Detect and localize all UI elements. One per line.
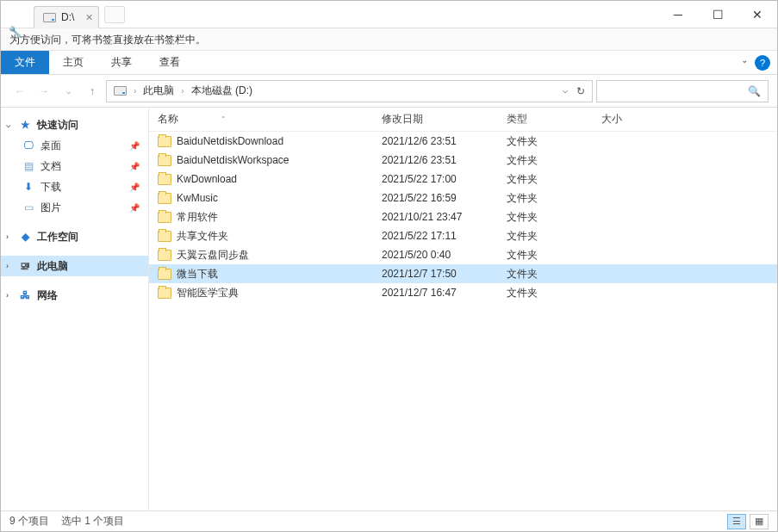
sidebar-downloads[interactable]: ⬇ 下载 📌 xyxy=(1,176,148,197)
star-icon: ★ xyxy=(18,118,32,132)
document-icon: ▤ xyxy=(22,159,35,173)
drive-icon xyxy=(114,86,127,96)
search-input[interactable]: 🔍 xyxy=(596,80,769,102)
desktop-icon: 🖵 xyxy=(22,139,35,152)
new-tab-button[interactable] xyxy=(104,6,125,23)
computer-icon: 🖳 xyxy=(18,259,32,273)
file-type: 文件夹 xyxy=(498,267,593,281)
sidebar-this-pc[interactable]: › 🖳 此电脑 xyxy=(1,256,148,276)
column-headers: 名称 ˄ 修改日期 类型 大小 xyxy=(149,108,777,132)
file-name: KwMusic xyxy=(177,192,218,204)
chevron-right-icon: › xyxy=(181,86,184,96)
refresh-icon[interactable]: ↻ xyxy=(576,85,585,97)
navigation-bar: ← → ⌵ ↑ › 此电脑 › 本地磁盘 (D:) ⌵ ↻ 🔍 xyxy=(1,75,777,108)
file-type: 文件夹 xyxy=(498,153,593,168)
sidebar-workspace[interactable]: › ◆ 工作空间 xyxy=(1,226,148,247)
folder-icon xyxy=(158,174,171,185)
browser-tab[interactable]: D:\ ✕ xyxy=(34,6,99,28)
column-header-name[interactable]: 名称 ˄ xyxy=(149,112,373,127)
file-date: 2021/5/22 17:00 xyxy=(373,173,498,185)
chevron-right-icon[interactable]: › xyxy=(6,232,9,241)
file-type: 文件夹 xyxy=(498,286,593,300)
sort-indicator-icon: ˄ xyxy=(221,115,226,124)
sidebar-pictures[interactable]: ▭ 图片 📌 xyxy=(1,197,148,218)
file-name: BaiduNetdiskDownload xyxy=(177,135,283,147)
address-bar[interactable]: › 此电脑 › 本地磁盘 (D:) ⌵ ↻ xyxy=(106,80,593,102)
nav-up-button[interactable]: ↑ xyxy=(82,81,103,102)
sidebar-network[interactable]: › 🖧 网络 xyxy=(1,285,148,306)
file-row[interactable]: KwMusic2021/5/22 16:59文件夹 xyxy=(149,189,777,207)
chevron-right-icon[interactable]: › xyxy=(6,291,9,300)
tab-title: D:\ xyxy=(61,11,74,23)
file-row[interactable]: KwDownload2021/5/22 17:00文件夹 xyxy=(149,170,777,189)
ribbon-collapse-icon[interactable]: ⌄ xyxy=(741,55,748,71)
file-type: 文件夹 xyxy=(498,172,593,187)
wrench-icon[interactable]: 🔧 xyxy=(9,26,22,38)
file-name: 微当下载 xyxy=(177,267,218,281)
sidebar-quick-access[interactable]: ⌵ ★ 快速访问 xyxy=(1,114,148,135)
sidebar-documents[interactable]: ▤ 文档 📌 xyxy=(1,156,148,176)
file-name: 智能医学宝典 xyxy=(177,286,239,300)
ribbon-tab-share[interactable]: 共享 xyxy=(97,51,146,74)
file-type: 文件夹 xyxy=(498,248,593,263)
folder-icon xyxy=(158,212,171,223)
file-type: 文件夹 xyxy=(498,210,593,225)
file-date: 2021/5/22 16:59 xyxy=(373,192,498,204)
file-row[interactable]: 共享文件夹2021/5/22 17:11文件夹 xyxy=(149,226,777,245)
ribbon-tab-home[interactable]: 主页 xyxy=(49,51,97,74)
nav-history-dropdown[interactable]: ⌵ xyxy=(58,81,78,102)
picture-icon: ▭ xyxy=(22,201,35,214)
folder-icon xyxy=(158,269,171,280)
folder-icon xyxy=(158,136,171,147)
status-bar: 9 个项目 选中 1 个项目 ☰ ▦ xyxy=(1,510,777,531)
help-icon[interactable]: ? xyxy=(755,55,770,71)
bookmark-hint: 为方便访问，可将书签直接放在书签栏中。 xyxy=(9,34,206,46)
sidebar: ⌵ ★ 快速访问 🖵 桌面 📌 ▤ 文档 📌 ⬇ 下载 📌 ▭ 图片 xyxy=(1,108,149,510)
file-date: 2021/12/6 23:51 xyxy=(373,154,498,166)
file-row[interactable]: BaiduNetdiskWorkspace2021/12/6 23:51文件夹 xyxy=(149,151,777,170)
maximize-button[interactable]: ☐ xyxy=(698,1,738,28)
explorer-window: D:\ ✕ ─ ☐ ✕ 🔧 为方便访问，可将书签直接放在书签栏中。 文件 主页 … xyxy=(0,0,778,532)
pin-icon: 📌 xyxy=(129,141,140,151)
pin-icon: 📌 xyxy=(129,203,140,213)
address-dropdown-icon[interactable]: ⌵ xyxy=(563,85,568,97)
nav-forward-button[interactable]: → xyxy=(34,81,54,102)
minimize-button[interactable]: ─ xyxy=(658,1,698,28)
column-header-size[interactable]: 大小 xyxy=(593,112,679,127)
file-row[interactable]: 天翼云盘同步盘2021/5/20 0:40文件夹 xyxy=(149,245,777,264)
file-name: 天翼云盘同步盘 xyxy=(177,248,249,263)
file-list[interactable]: BaiduNetdiskDownload2021/12/6 23:51文件夹Ba… xyxy=(149,132,777,510)
drive-icon xyxy=(43,13,56,22)
column-header-date[interactable]: 修改日期 xyxy=(373,112,498,127)
ribbon-tab-view[interactable]: 查看 xyxy=(146,51,194,74)
window-controls: ─ ☐ ✕ xyxy=(658,1,777,28)
ribbon: 文件 主页 共享 查看 ⌄ ? xyxy=(1,51,777,75)
folder-icon xyxy=(158,250,171,261)
file-date: 2021/12/6 23:51 xyxy=(373,135,498,147)
breadcrumb-root[interactable]: 此电脑 xyxy=(143,84,174,98)
file-row[interactable]: BaiduNetdiskDownload2021/12/6 23:51文件夹 xyxy=(149,132,777,151)
status-selected-count: 选中 1 个项目 xyxy=(61,514,124,529)
chevron-right-icon[interactable]: › xyxy=(6,262,9,270)
chevron-down-icon[interactable]: ⌵ xyxy=(6,121,10,129)
workspace-icon: ◆ xyxy=(18,230,32,244)
folder-icon xyxy=(158,288,171,299)
search-icon: 🔍 xyxy=(748,85,761,97)
breadcrumb-current[interactable]: 本地磁盘 (D:) xyxy=(191,84,252,98)
file-row[interactable]: 常用软件2021/10/21 23:47文件夹 xyxy=(149,207,777,226)
column-header-type[interactable]: 类型 xyxy=(498,112,593,127)
folder-icon xyxy=(158,231,171,242)
sidebar-desktop[interactable]: 🖵 桌面 📌 xyxy=(1,135,148,156)
view-icons-button[interactable]: ▦ xyxy=(750,514,769,529)
nav-back-button[interactable]: ← xyxy=(9,81,30,102)
view-details-button[interactable]: ☰ xyxy=(727,514,746,529)
bookmark-bar: 为方便访问，可将书签直接放在书签栏中。 xyxy=(1,28,777,51)
file-date: 2021/12/7 16:47 xyxy=(373,287,498,299)
ribbon-tab-file[interactable]: 文件 xyxy=(1,51,49,74)
close-button[interactable]: ✕ xyxy=(738,1,777,28)
file-row[interactable]: 微当下载2021/12/7 17:50文件夹 xyxy=(149,264,777,283)
tab-close-icon[interactable]: ✕ xyxy=(85,12,93,23)
status-item-count: 9 个项目 xyxy=(9,514,49,529)
folder-icon xyxy=(158,155,171,166)
file-row[interactable]: 智能医学宝典2021/12/7 16:47文件夹 xyxy=(149,283,777,302)
